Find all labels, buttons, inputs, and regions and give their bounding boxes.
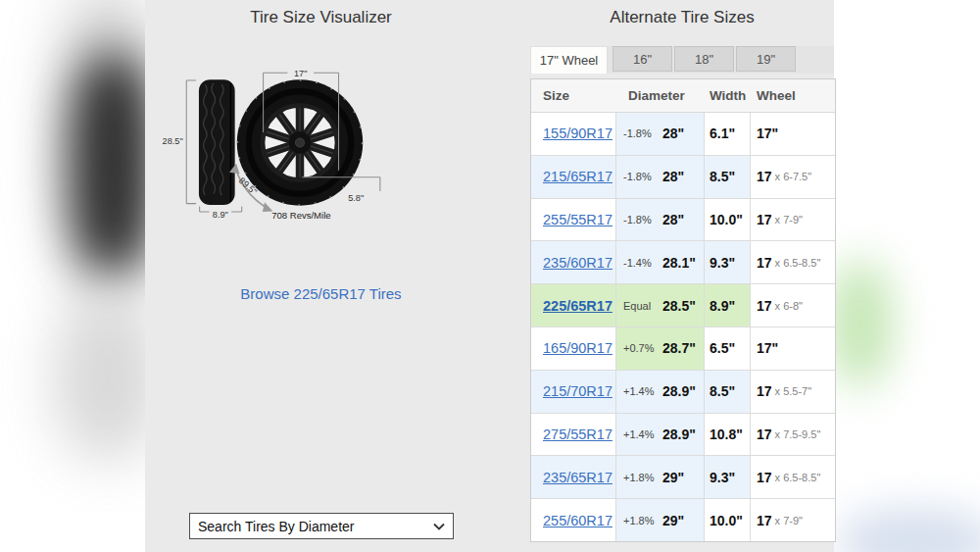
width-value: 8.5" — [710, 169, 735, 184]
browse-tires-link[interactable]: Browse 225/65R17 Tires — [240, 285, 401, 302]
table-row: 225/65R17Equal28.5"8.9"17x 6-8" — [531, 284, 835, 327]
table-row: 215/70R17+1.4%28.9"8.5"17x 5.5-7" — [531, 371, 835, 414]
sidewall-label: 5.8" — [348, 194, 364, 204]
blur-artifact-right-green — [829, 261, 892, 386]
size-cell: 275/55R17 — [531, 414, 616, 456]
wheel-value: 17 — [757, 298, 772, 314]
diameter-diff-label: +1.8% — [623, 472, 662, 483]
alternate-tire-sizes-table: Size Diameter Width Wheel 155/90R17-1.8%… — [530, 78, 836, 542]
page-background: { "left_panel": { "title": "Tire Size Vi… — [0, 0, 980, 552]
tab-17-wheel[interactable]: 17" Wheel — [530, 46, 608, 74]
tab-18-wheel[interactable]: 18" — [674, 46, 734, 72]
diameter-value: 28" — [662, 125, 684, 141]
diameter-cell: +1.4%28.9" — [616, 371, 705, 413]
diameter-value: 28.9" — [662, 427, 696, 442]
column-header-wheel: Wheel — [751, 79, 835, 112]
wheel-value: 17 — [757, 212, 772, 227]
table-row: 155/90R17-1.8%28"6.1"17" — [531, 113, 835, 156]
wheel-value: 17 — [757, 470, 772, 485]
tire-size-link[interactable]: 255/55R17 — [543, 212, 612, 227]
diameter-cell: +1.8%29" — [616, 456, 705, 498]
tire-size-link[interactable]: 225/65R17 — [543, 298, 612, 314]
blur-artifact-bottom-right — [838, 508, 980, 552]
tire-size-link[interactable]: 155/90R17 — [543, 125, 612, 141]
wheel-range: x 7.5-9.5" — [775, 428, 821, 440]
tire-size-link[interactable]: 255/60R17 — [543, 513, 612, 528]
size-cell: 255/55R17 — [531, 199, 616, 241]
diameter-value: 28.9" — [662, 383, 696, 399]
search-tires-dropdown[interactable]: Search Tires By Diameter — [189, 513, 454, 539]
column-header-width: Width — [705, 79, 751, 112]
width-value: 10.0" — [710, 513, 743, 528]
wheel-value: 17" — [757, 125, 778, 141]
column-header-size: Size — [531, 79, 616, 112]
blur-artifact-left-haze — [59, 0, 157, 304]
size-cell: 255/60R17 — [531, 499, 616, 541]
wheel-value: 17 — [757, 255, 772, 271]
revs-per-mile-label: 708 Revs/Mile — [271, 210, 330, 221]
width-value: 10.8" — [710, 427, 743, 442]
tire-size-link[interactable]: 275/55R17 — [543, 427, 612, 442]
width-cell: 8.5" — [705, 156, 751, 198]
wheel-value: 17 — [757, 383, 772, 399]
diameter-value: 28" — [662, 212, 684, 227]
wheel-cell: 17" — [751, 327, 835, 370]
diameter-cell: -1.8%28" — [616, 113, 705, 155]
wheel-range: x 7-9" — [775, 515, 803, 527]
table-header-row: Size Diameter Width Wheel — [531, 79, 835, 113]
visualizer-title: Tire Size Visualizer — [145, 8, 497, 27]
tab-16-wheel[interactable]: 16" — [612, 46, 672, 72]
table-row: 235/60R17-1.4%28.1"9.3"17x 6.5-8.5" — [531, 241, 835, 284]
diameter-diff-label: -1.8% — [623, 127, 662, 139]
diameter-diff-label: -1.8% — [623, 214, 662, 226]
content-area: Tire Size Visualizer 28.5" — [145, 0, 834, 552]
width-cell: 6.1" — [705, 113, 751, 155]
tab-19-wheel[interactable]: 19" — [736, 46, 796, 72]
diameter-value: 29" — [662, 470, 684, 485]
diameter-diff-label: +1.4% — [623, 428, 662, 440]
wheel-size-tabs: 17" Wheel 16" 18" 19" — [530, 46, 834, 74]
width-cell: 10.0" — [705, 499, 751, 541]
width-value: 6.1" — [710, 125, 735, 141]
diameter-value: 28" — [662, 169, 684, 184]
tire-size-link[interactable]: 235/60R17 — [543, 255, 612, 271]
search-tires-dropdown-value: Search Tires By Diameter — [190, 519, 433, 534]
width-cell: 9.3" — [705, 241, 751, 283]
table-row: 165/90R17+0.7%28.7"6.5"17" — [531, 327, 835, 371]
wheel-range: x 6.5-8.5" — [775, 257, 821, 269]
height-label: 28.5" — [163, 136, 183, 146]
width-value: 6.5" — [710, 340, 735, 356]
tire-size-link[interactable]: 215/70R17 — [543, 383, 612, 399]
diameter-cell: -1.4%28.1" — [616, 241, 705, 283]
wheel-cell: 17x 7-9" — [751, 499, 835, 541]
tire-side-view-image — [199, 79, 235, 205]
tire-size-link[interactable]: 235/65R17 — [543, 470, 612, 485]
diameter-cell: +0.7%28.7" — [616, 327, 705, 370]
tire-size-link[interactable]: 165/90R17 — [543, 340, 612, 356]
diameter-diff-label: -1.4% — [623, 257, 662, 269]
wheel-value: 17" — [757, 340, 778, 356]
wheel-value: 17 — [757, 427, 772, 442]
size-cell: 155/90R17 — [531, 113, 616, 155]
chevron-down-icon — [433, 523, 445, 530]
browse-tires-link-row: Browse 225/65R17 Tires — [145, 285, 497, 303]
wheel-range: x 6-7.5" — [775, 171, 812, 182]
size-cell: 215/70R17 — [531, 371, 616, 413]
diameter-cell: +1.4%28.9" — [616, 414, 705, 456]
size-cell: 235/65R17 — [531, 456, 616, 498]
wheel-range: x 6-8" — [775, 300, 803, 312]
table-row: 235/65R17+1.8%29"9.3"17x 6.5-8.5" — [531, 456, 835, 499]
width-cell: 10.8" — [705, 414, 751, 456]
tire-size-link[interactable]: 215/65R17 — [543, 169, 612, 184]
table-row: 255/55R17-1.8%28"10.0"17x 7-9" — [531, 199, 835, 242]
size-cell: 165/90R17 — [531, 327, 616, 370]
wheel-cell: 17" — [751, 113, 835, 155]
diameter-cell: -1.8%28" — [616, 156, 705, 198]
table-row: 275/55R17+1.4%28.9"10.8"17x 7.5-9.5" — [531, 414, 835, 457]
width-value: 8.5" — [710, 383, 735, 399]
diameter-value: 28.1" — [662, 255, 696, 271]
table-row: 215/65R17-1.8%28"8.5"17x 6-7.5" — [531, 156, 835, 199]
wheel-range: x 7-9" — [775, 214, 803, 226]
wheel-cell: 17x 6.5-8.5" — [751, 241, 835, 283]
wheel-value: 17 — [757, 169, 772, 184]
